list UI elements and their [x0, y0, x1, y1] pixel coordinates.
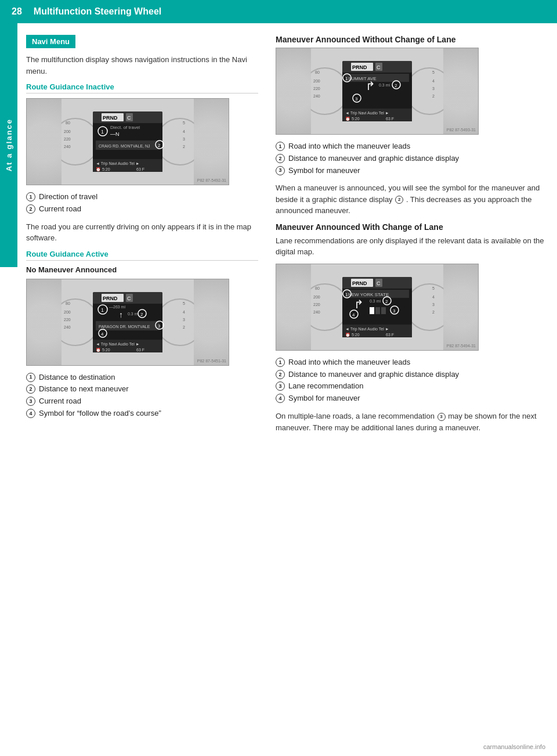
- right-column: Maneuver Announced Without Change of Lan…: [276, 35, 545, 439]
- navi-menu-heading: Navi Menu: [26, 35, 75, 48]
- svg-text:NEW YORK STATE: NEW YORK STATE: [348, 292, 389, 297]
- left-column: Navi Menu The multifunction display show…: [26, 35, 258, 439]
- svg-text:↱: ↱: [354, 298, 364, 311]
- svg-text:2: 2: [432, 94, 435, 98]
- svg-text:63 F: 63 F: [136, 348, 144, 352]
- svg-text:220: 220: [64, 137, 71, 141]
- svg-text:3: 3: [158, 323, 161, 329]
- route-inactive-heading: Route Guidance Inactive: [26, 82, 258, 93]
- num-1: 1: [26, 192, 35, 201]
- list-item: 3 Lane recommendation: [276, 380, 545, 393]
- svg-text:0.3 mi: 0.3 mi: [128, 312, 139, 316]
- svg-rect-118: [375, 307, 380, 314]
- svg-text:4: 4: [101, 332, 104, 337]
- svg-text:PRND: PRND: [103, 296, 118, 301]
- route-inactive-note: The road you are currently driving on on…: [26, 221, 258, 244]
- svg-text:200: 200: [313, 79, 320, 83]
- image-r1-watermark: P82 87-5493-31: [447, 128, 476, 132]
- list-item: 1 Road into which the maneuver leads: [276, 141, 545, 153]
- list-item: 2 Distance to maneuver and graphic dista…: [276, 369, 545, 381]
- svg-text:240: 240: [64, 325, 71, 329]
- svg-text:⏰ 5:20: ⏰ 5:20: [345, 116, 360, 121]
- num-2: 2: [276, 370, 285, 379]
- dashboard-image-right-1: 80 200 220 240 5 4 3 2 PRND C SUMMIT AVE: [276, 48, 479, 135]
- maneuver-change-list: 1 Road into which the maneuver leads 2 D…: [276, 357, 545, 405]
- svg-text:⏰ 5:20: ⏰ 5:20: [345, 332, 360, 337]
- svg-text:Diect. of travel: Diect. of travel: [110, 125, 140, 130]
- maneuver-no-change-list: 1 Road into which the maneuver leads 2 D…: [276, 141, 545, 177]
- svg-text:↱: ↱: [366, 80, 375, 92]
- svg-text:◄ Trip  Navi  Audio  Tel ►: ◄ Trip Navi Audio Tel ►: [345, 111, 389, 116]
- svg-text:220: 220: [313, 303, 320, 307]
- header-bar: 28 Multifunction Steering Wheel: [0, 0, 557, 23]
- svg-text:3: 3: [183, 137, 185, 141]
- chapter-tab: At a glance: [0, 23, 17, 267]
- svg-text:◄ Trip  Navi  Audio  Tel ►: ◄ Trip Navi Audio Tel ►: [96, 342, 140, 347]
- list-item: 4 Symbol for “follow the road’s course”: [26, 408, 258, 420]
- svg-text:1: 1: [345, 292, 348, 297]
- num-1: 1: [276, 358, 285, 367]
- svg-text:C: C: [377, 64, 381, 70]
- route-inactive-list: 1 Direction of travel 2 Current road: [26, 191, 258, 215]
- svg-text:220: 220: [64, 318, 71, 322]
- list-item: 3 Current road: [26, 395, 258, 408]
- svg-text:⏰ 5:20: ⏰ 5:20: [96, 167, 110, 172]
- maneuver-no-change-body: When a maneuver is announced, you will s…: [276, 182, 545, 217]
- svg-text:◄ Trip  Navi  Audio  Tel ►: ◄ Trip Navi Audio Tel ►: [345, 327, 389, 332]
- list-item: 4 Symbol for maneuver: [276, 393, 545, 405]
- list-item: 2 Distance to next maneuver: [26, 383, 258, 395]
- svg-text:3: 3: [393, 308, 396, 314]
- svg-text:240: 240: [313, 310, 320, 314]
- svg-text:PRND: PRND: [352, 280, 367, 286]
- svg-text:5: 5: [183, 121, 185, 125]
- svg-text:4: 4: [183, 310, 185, 314]
- svg-text:4: 4: [352, 312, 355, 318]
- dashboard-image-1: 80 200 220 240 5 4 3 2 PRND C 1: [26, 98, 229, 185]
- list-item: 3 Symbol for maneuver: [276, 165, 545, 177]
- num-3: 3: [276, 166, 285, 175]
- svg-text:240: 240: [313, 94, 320, 98]
- list-item: 1 Distance to destination: [26, 372, 258, 384]
- svg-text:3: 3: [432, 87, 435, 91]
- svg-text:C: C: [127, 115, 131, 121]
- svg-text:C: C: [377, 280, 381, 286]
- num-1: 1: [26, 373, 35, 382]
- dash-svg-2: 80 200 220 240 5 4 3 2 PRND C 1 —263 mi: [61, 287, 194, 357]
- image2-watermark: P82 87-5451-31: [197, 359, 226, 363]
- maneuver-change-note: On multiple-lane roads, a lane recommend…: [276, 411, 545, 433]
- svg-text:3: 3: [355, 96, 358, 102]
- list-item: 1 Road into which the maneuver leads: [276, 357, 545, 369]
- num-4: 4: [26, 409, 35, 418]
- list-item: 2 Current road: [26, 203, 258, 215]
- num-3: 3: [276, 381, 285, 391]
- svg-text:200: 200: [313, 295, 320, 299]
- svg-rect-119: [381, 307, 386, 314]
- svg-text:80: 80: [66, 301, 70, 305]
- route-active-heading: Route Guidance Active: [26, 250, 258, 261]
- svg-text:2: 2: [432, 310, 435, 314]
- svg-text:1: 1: [345, 76, 348, 81]
- svg-text:3: 3: [432, 303, 435, 307]
- svg-text:200: 200: [64, 129, 71, 134]
- chapter-label: At a glance: [5, 118, 13, 171]
- logo-bar: carmanualsonline.info: [483, 743, 545, 750]
- svg-text:63 F: 63 F: [386, 333, 394, 337]
- intro-text: The multifunction display shows navigati…: [26, 54, 258, 77]
- svg-text:80: 80: [315, 286, 320, 290]
- svg-text:2: 2: [183, 325, 185, 329]
- maneuver-change-body: Lane recommendations are only displayed …: [276, 235, 545, 258]
- num-4: 4: [276, 394, 285, 403]
- svg-text:4: 4: [432, 79, 435, 83]
- num-3: 3: [26, 397, 35, 406]
- dash-svg-1: 80 200 220 240 5 4 3 2 PRND C 1: [61, 107, 194, 177]
- svg-text:63 F: 63 F: [136, 167, 144, 171]
- list-item: 2 Distance to maneuver and graphic dista…: [276, 153, 545, 165]
- svg-rect-117: [370, 307, 374, 314]
- num-2: 2: [26, 204, 35, 214]
- svg-text:240: 240: [64, 145, 71, 149]
- svg-text:5: 5: [432, 70, 435, 74]
- svg-text:63 F: 63 F: [386, 117, 394, 121]
- svg-text:◄ Trip  Navi  Audio  Tel ►: ◄ Trip Navi Audio Tel ►: [96, 161, 140, 166]
- svg-text:PRND: PRND: [103, 115, 118, 121]
- svg-text:C: C: [127, 296, 131, 301]
